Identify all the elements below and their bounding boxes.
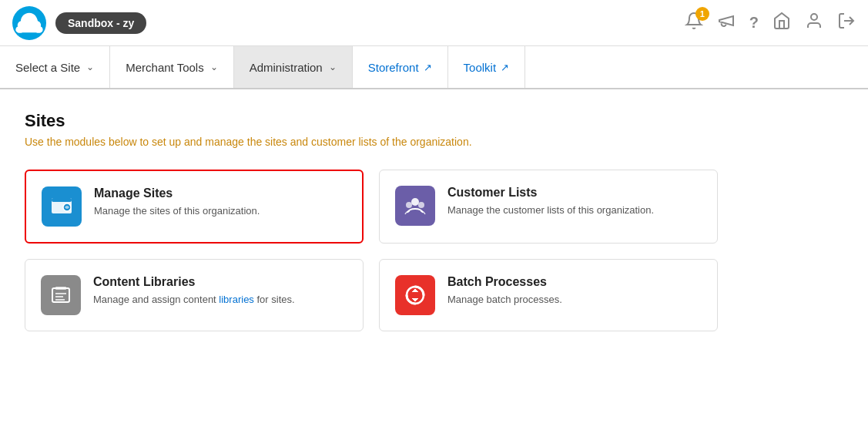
- content-libraries-info: Content Libraries Manage and assign cont…: [93, 275, 295, 307]
- svg-rect-10: [55, 287, 66, 290]
- module-grid: Manage Sites Manage the sites of this or…: [25, 170, 718, 331]
- select-site-label: Select a Site: [15, 61, 80, 74]
- administration-chevron: ⌄: [329, 62, 337, 72]
- manage-sites-desc: Manage the sites of this organization.: [94, 203, 260, 219]
- salesforce-logo: [12, 6, 46, 40]
- customer-lists-title: Customer Lists: [447, 186, 654, 200]
- content-libraries-icon: [41, 275, 81, 315]
- customer-lists-info: Customer Lists Manage the customer lists…: [447, 186, 654, 218]
- signout-icon[interactable]: [837, 12, 856, 35]
- nav-administration[interactable]: Administration ⌄: [234, 46, 353, 88]
- nav-bar: Select a Site ⌄ Merchant Tools ⌄ Adminis…: [0, 46, 868, 89]
- manage-sites-card[interactable]: Manage Sites Manage the sites of this or…: [25, 170, 364, 244]
- customer-lists-icon: [395, 186, 435, 226]
- content-libraries-desc: Manage and assign content libraries for …: [93, 292, 295, 307]
- help-icon[interactable]: ?: [749, 14, 759, 32]
- content-libraries-card[interactable]: Content Libraries Manage and assign cont…: [25, 259, 364, 331]
- top-header: Sandbox - zy 1 ?: [0, 0, 868, 46]
- svg-point-1: [811, 14, 817, 20]
- svg-point-6: [411, 198, 419, 206]
- svg-rect-4: [52, 198, 72, 202]
- notification-badge: 1: [695, 7, 709, 21]
- batch-processes-info: Batch Processes Manage batch processes.: [447, 275, 562, 307]
- storefront-external-icon: ↗: [424, 62, 432, 73]
- header-left: Sandbox - zy: [12, 6, 146, 40]
- nav-merchant-tools[interactable]: Merchant Tools ⌄: [110, 46, 233, 88]
- customer-lists-desc: Manage the customer lists of this organi…: [447, 203, 654, 218]
- toolkit-label: Toolkit: [464, 61, 497, 74]
- batch-processes-icon: [395, 275, 435, 315]
- merchant-tools-label: Merchant Tools: [126, 61, 203, 74]
- nav-select-site[interactable]: Select a Site ⌄: [0, 46, 110, 88]
- administration-label: Administration: [250, 61, 323, 74]
- storefront-label: Storefront: [368, 61, 419, 74]
- toolkit-external-icon: ↗: [501, 62, 509, 73]
- user-icon[interactable]: [805, 12, 823, 35]
- main-content: Sites Use the modules below to set up an…: [0, 89, 868, 353]
- svg-point-8: [418, 202, 424, 208]
- page-title: Sites: [25, 111, 843, 131]
- header-icons: 1 ?: [685, 12, 856, 35]
- batch-processes-desc: Manage batch processes.: [447, 292, 562, 307]
- home-icon[interactable]: [772, 12, 791, 35]
- megaphone-icon[interactable]: [717, 12, 736, 35]
- svg-point-7: [406, 202, 412, 208]
- page-description: Use the modules below to set up and mana…: [25, 136, 843, 148]
- manage-sites-info: Manage Sites Manage the sites of this or…: [94, 186, 260, 219]
- content-libraries-title: Content Libraries: [93, 275, 295, 289]
- nav-storefront[interactable]: Storefront ↗: [353, 46, 448, 88]
- manage-sites-title: Manage Sites: [94, 186, 260, 200]
- notification-bell-icon[interactable]: 1: [685, 12, 703, 35]
- content-libraries-link[interactable]: libraries: [219, 294, 254, 305]
- select-site-chevron: ⌄: [86, 62, 94, 72]
- merchant-tools-chevron: ⌄: [210, 62, 218, 72]
- customer-lists-card[interactable]: Customer Lists Manage the customer lists…: [379, 170, 718, 244]
- nav-toolkit[interactable]: Toolkit ↗: [448, 46, 526, 88]
- batch-processes-title: Batch Processes: [447, 275, 562, 289]
- batch-processes-card[interactable]: Batch Processes Manage batch processes.: [379, 259, 718, 331]
- manage-sites-icon: [42, 186, 82, 227]
- sandbox-badge: Sandbox - zy: [55, 12, 146, 34]
